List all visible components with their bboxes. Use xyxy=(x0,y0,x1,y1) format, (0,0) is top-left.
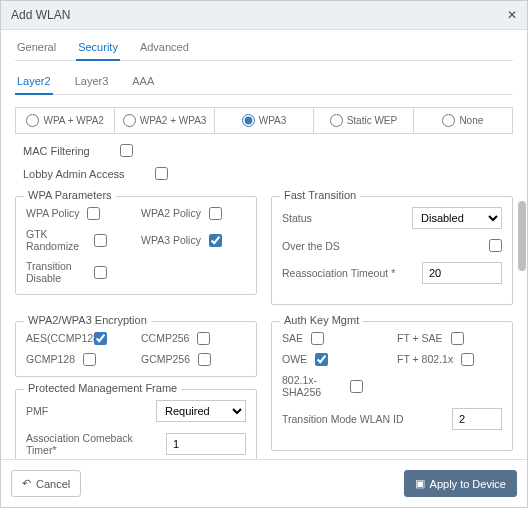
sha256-label: 802.1x-SHA256 xyxy=(282,374,342,398)
wpa-parameters-fieldset: WPA Parameters WPA Policy WPA2 Policy GT… xyxy=(15,196,257,295)
wpa-policy-label: WPA Policy xyxy=(26,207,79,219)
gtk-randomize-checkbox[interactable] xyxy=(94,234,107,247)
transition-mode-label: Transition Mode WLAN ID xyxy=(282,413,404,425)
modal-title: Add WLAN xyxy=(11,8,70,22)
pmf-select[interactable]: Required xyxy=(156,400,246,422)
gcmp128-checkbox[interactable] xyxy=(83,353,96,366)
subtab-layer3[interactable]: Layer3 xyxy=(73,69,111,94)
apply-label: Apply to Device xyxy=(430,478,506,490)
tab-advanced[interactable]: Advanced xyxy=(138,34,191,60)
tab-general[interactable]: General xyxy=(15,34,58,60)
footer: ↶ Cancel ▣ Apply to Device xyxy=(1,459,527,507)
gcmp128-label: GCMP128 xyxy=(26,353,75,365)
ft-status-label: Status xyxy=(282,212,312,224)
fieldset-title: WPA Parameters xyxy=(24,189,116,201)
main-tabs: General Security Advanced xyxy=(15,34,513,61)
body: General Security Advanced Layer2 Layer3 … xyxy=(1,30,527,459)
lobby-admin-checkbox[interactable] xyxy=(155,167,168,180)
fast-transition-fieldset: Fast Transition Status Disabled Over the… xyxy=(271,196,513,305)
wpa-policy-checkbox[interactable] xyxy=(87,207,100,220)
scrollbar-thumb[interactable] xyxy=(518,201,526,271)
auth-key-mgmt-fieldset: Auth Key Mgmt SAE FT + SAE OWE FT + 802.… xyxy=(271,321,513,451)
wpa3-policy-checkbox[interactable] xyxy=(209,234,222,247)
undo-icon: ↶ xyxy=(22,477,31,490)
reassoc-input[interactable] xyxy=(422,262,502,284)
fieldset-title: WPA2/WPA3 Encryption xyxy=(24,314,151,326)
apply-button[interactable]: ▣ Apply to Device xyxy=(404,470,517,497)
transition-disable-checkbox[interactable] xyxy=(94,266,107,279)
save-icon: ▣ xyxy=(415,477,425,490)
radio-label: Static WEP xyxy=(347,115,398,126)
sha256-checkbox[interactable] xyxy=(350,380,363,393)
mac-filtering-checkbox[interactable] xyxy=(120,144,133,157)
mac-filtering-label: MAC Filtering xyxy=(23,145,90,157)
tab-security[interactable]: Security xyxy=(76,34,120,61)
wpa3-policy-label: WPA3 Policy xyxy=(141,234,201,246)
fieldset-title: Fast Transition xyxy=(280,189,360,201)
radio-wpa2-wpa3[interactable]: WPA2 + WPA3 xyxy=(115,108,214,133)
close-icon[interactable]: ✕ xyxy=(507,8,517,22)
fieldset-title: Protected Management Frame xyxy=(24,382,181,394)
gtk-randomize-label: GTK Randomize xyxy=(26,228,86,252)
aes-checkbox[interactable] xyxy=(94,332,107,345)
owe-label: OWE xyxy=(282,353,307,365)
cancel-label: Cancel xyxy=(36,478,70,490)
over-ds-checkbox[interactable] xyxy=(489,239,502,252)
sub-tabs: Layer2 Layer3 AAA xyxy=(15,69,513,95)
assoc-comeback-label: Association Comeback Timer* xyxy=(26,432,160,456)
radio-label: WPA3 xyxy=(259,115,287,126)
transition-disable-label: Transition Disable xyxy=(26,260,86,284)
pmf-fieldset: Protected Management Frame PMF Required … xyxy=(15,389,257,459)
gcmp256-checkbox[interactable] xyxy=(198,353,211,366)
ft-sae-checkbox[interactable] xyxy=(451,332,464,345)
subtab-layer2[interactable]: Layer2 xyxy=(15,69,53,95)
gcmp256-label: GCMP256 xyxy=(141,353,190,365)
pmf-label: PMF xyxy=(26,405,48,417)
aes-label: AES(CCMP128) xyxy=(26,332,86,344)
owe-checkbox[interactable] xyxy=(315,353,328,366)
over-ds-label: Over the DS xyxy=(282,240,340,252)
radio-label: WPA + WPA2 xyxy=(43,115,103,126)
radio-none[interactable]: None xyxy=(414,108,512,133)
ft-8021x-label: FT + 802.1x xyxy=(397,353,453,365)
radio-static-wep[interactable]: Static WEP xyxy=(314,108,413,133)
transition-mode-input[interactable] xyxy=(452,408,502,430)
wpa2-policy-checkbox[interactable] xyxy=(209,207,222,220)
wpa2-policy-label: WPA2 Policy xyxy=(141,207,201,219)
ccmp256-checkbox[interactable] xyxy=(197,332,210,345)
sae-label: SAE xyxy=(282,332,303,344)
security-mode-radios: WPA + WPA2 WPA2 + WPA3 WPA3 Static WEP N… xyxy=(15,107,513,134)
ccmp256-label: CCMP256 xyxy=(141,332,189,344)
radio-wpa-wpa2[interactable]: WPA + WPA2 xyxy=(16,108,115,133)
radio-wpa3[interactable]: WPA3 xyxy=(215,108,314,133)
ft-8021x-checkbox[interactable] xyxy=(461,353,474,366)
assoc-comeback-input[interactable] xyxy=(166,433,246,455)
radio-label: None xyxy=(459,115,483,126)
lobby-admin-label: Lobby Admin Access xyxy=(23,168,125,180)
encryption-fieldset: WPA2/WPA3 Encryption AES(CCMP128) CCMP25… xyxy=(15,321,257,377)
ft-sae-label: FT + SAE xyxy=(397,332,443,344)
title-bar: Add WLAN ✕ xyxy=(1,1,527,30)
ft-status-select[interactable]: Disabled xyxy=(412,207,502,229)
fieldset-title: Auth Key Mgmt xyxy=(280,314,363,326)
reassoc-label: Reassociation Timeout * xyxy=(282,267,395,279)
cancel-button[interactable]: ↶ Cancel xyxy=(11,470,81,497)
sae-checkbox[interactable] xyxy=(311,332,324,345)
radio-label: WPA2 + WPA3 xyxy=(140,115,207,126)
subtab-aaa[interactable]: AAA xyxy=(130,69,156,94)
